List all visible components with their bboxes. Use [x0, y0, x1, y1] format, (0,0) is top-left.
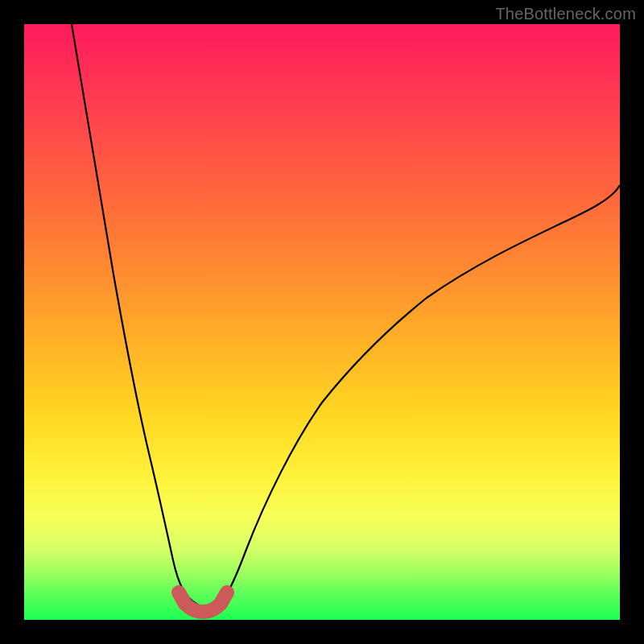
valley-highlight — [179, 592, 227, 612]
plot-area — [24, 24, 620, 620]
watermark-text: TheBottleneck.com — [495, 5, 636, 23]
chart-frame: TheBottleneck.com — [0, 0, 644, 644]
curves-svg — [24, 24, 620, 620]
left-curve — [72, 24, 203, 608]
right-curve — [215, 185, 620, 608]
